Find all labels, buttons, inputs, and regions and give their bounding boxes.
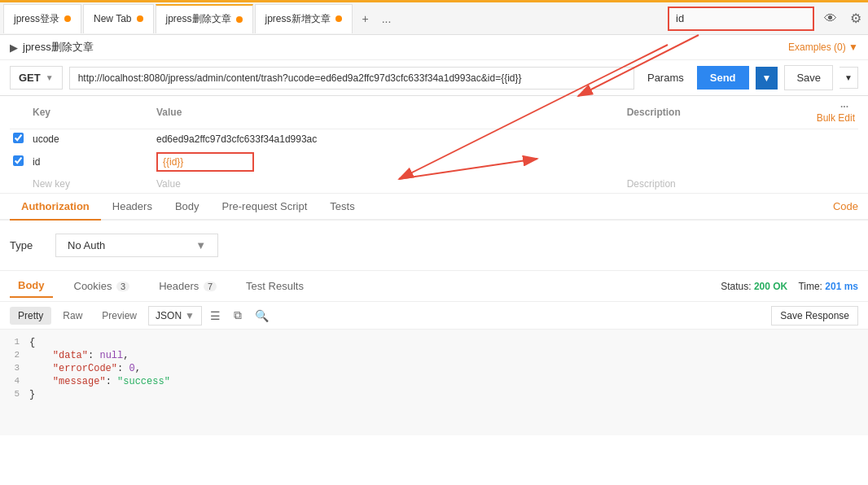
row1-checkbox[interactable]: [13, 133, 24, 143]
params-button[interactable]: Params: [641, 67, 690, 89]
send-dropdown-button[interactable]: ▼: [756, 67, 778, 90]
type-select[interactable]: JSON ▼: [148, 306, 202, 326]
type-dropdown-icon: ▼: [185, 310, 195, 321]
params-section: Key Value Description ··· Bulk Edit ucod…: [0, 96, 868, 194]
examples-link[interactable]: Examples (0) ▼: [788, 42, 858, 53]
breadcrumb: ▶ jpress删除文章 Examples (0) ▼: [0, 35, 868, 60]
response-status: Status: 200 OK Time: 201 ms: [721, 281, 858, 292]
resp-toolbar: Pretty Raw Preview JSON ▼ ☰ ⧉ 🔍 Save Res…: [0, 302, 868, 330]
save-response-button[interactable]: Save Response: [771, 306, 858, 326]
tab-label: New Tab: [94, 13, 131, 24]
type-value: JSON: [156, 310, 182, 321]
send-button[interactable]: Send: [697, 66, 749, 90]
tab-label: jpress登录: [14, 12, 59, 26]
time-value: 201 ms: [825, 281, 858, 292]
add-tab-button[interactable]: +: [357, 9, 374, 28]
row2-checkbox[interactable]: [13, 155, 24, 166]
line-num-1: 1: [0, 337, 29, 347]
value-placeholder[interactable]: Value: [156, 178, 181, 190]
resp-tab-cookies-label: Cookies: [74, 280, 112, 292]
resp-tab-body-label: Body: [18, 279, 45, 291]
params-table: Key Value Description ··· Bulk Edit ucod…: [10, 96, 858, 193]
eye-icon[interactable]: 👁: [821, 8, 840, 29]
auth-select-arrow-icon: ▼: [195, 239, 206, 251]
response-header: Body Cookies 3 Headers 7 Test Results St…: [0, 271, 868, 302]
tab-unsaved-dot: [64, 15, 71, 22]
tab-tests[interactable]: Tests: [318, 194, 366, 221]
breadcrumb-label: jpress删除文章: [23, 40, 94, 55]
resp-tab-testresults-label: Test Results: [246, 280, 304, 292]
tab-new-tab[interactable]: New Tab: [83, 4, 153, 33]
tab-body[interactable]: Body: [164, 194, 211, 221]
row1-key: ucode: [29, 129, 153, 150]
code-area: 1 { 2 "data": null, 3 "errorCode": 0, 4 …: [0, 330, 868, 435]
tab-bar-right: id 👁 ⚙: [668, 7, 865, 31]
row2-value[interactable]: {{id}}: [153, 149, 624, 175]
wrap-lines-icon[interactable]: ☰: [205, 306, 226, 326]
code-line-3: 3 "errorCode": 0,: [0, 362, 868, 375]
tab-unsaved-dot: [335, 15, 342, 22]
url-input[interactable]: [69, 67, 634, 90]
code-line-1: 1 {: [0, 336, 868, 349]
request-tabs: Authorization Headers Body Pre-request S…: [0, 194, 868, 221]
line-num-2: 2: [0, 350, 29, 360]
gear-icon[interactable]: ⚙: [847, 7, 865, 29]
variable-id-box: id: [668, 7, 814, 31]
line-num-3: 3: [0, 363, 29, 373]
more-tabs-button[interactable]: ...: [377, 9, 397, 28]
breadcrumb-arrow: ▶: [10, 42, 18, 54]
status-label: Status:: [721, 281, 751, 292]
save-dropdown-button[interactable]: ▼: [840, 67, 858, 89]
auth-section: Type No Auth ▼: [0, 221, 868, 271]
bulk-edit-button[interactable]: Bulk Edit: [817, 112, 855, 124]
row2-value-input[interactable]: {{id}}: [156, 152, 254, 172]
code-line-5: 5 }: [0, 388, 868, 401]
tab-headers[interactable]: Headers: [101, 194, 164, 221]
tab-label: jpress新增文章: [265, 12, 331, 26]
tab-unsaved-dot: [236, 16, 243, 23]
desc-placeholder: Description: [627, 178, 676, 190]
auth-type-value: No Auth: [68, 239, 105, 251]
headers-badge: 7: [204, 282, 217, 291]
resp-tab-headers[interactable]: Headers 7: [151, 275, 225, 297]
cookies-badge: 3: [116, 282, 129, 291]
table-row: id {{id}}: [10, 149, 858, 175]
tab-jpress-add[interactable]: jpress新增文章: [255, 4, 353, 33]
new-param-row: New key Value Description: [10, 175, 858, 193]
method-value: GET: [19, 72, 41, 84]
tab-unsaved-dot: [137, 15, 143, 22]
method-select[interactable]: GET ▼: [10, 66, 63, 90]
new-key-placeholder[interactable]: New key: [33, 178, 70, 190]
save-button[interactable]: Save: [784, 65, 833, 90]
code-line-2: 2 "data": null,: [0, 349, 868, 362]
format-pretty-button[interactable]: Pretty: [10, 307, 51, 325]
row2-desc: [624, 149, 793, 175]
method-dropdown-icon: ▼: [46, 73, 54, 82]
col-key: Key: [29, 96, 153, 129]
code-line-4: 4 "message": "success": [0, 375, 868, 388]
row1-desc: [624, 129, 793, 150]
row2-key: id: [29, 149, 153, 175]
copy-icon[interactable]: ⧉: [229, 305, 247, 326]
auth-type-label: Type: [10, 239, 42, 251]
search-icon[interactable]: 🔍: [250, 306, 274, 326]
resp-tab-cookies[interactable]: Cookies 3: [66, 275, 138, 297]
resp-tab-testresults[interactable]: Test Results: [238, 275, 312, 297]
table-row: ucode ed6ed9a2ffc97d3cfc633f34a1d993ac: [10, 129, 858, 150]
tab-prerequest[interactable]: Pre-request Script: [211, 194, 319, 221]
tab-authorization[interactable]: Authorization: [10, 194, 101, 221]
tab-label: jpress删除文章: [166, 12, 231, 26]
url-bar: GET ▼ Params Send ▼ Save ▼: [0, 60, 868, 96]
code-link[interactable]: Code: [833, 200, 858, 212]
tab-actions: + ...: [357, 9, 397, 28]
resp-tab-body[interactable]: Body: [10, 274, 53, 298]
format-preview-button[interactable]: Preview: [94, 307, 145, 325]
more-icon: ···: [840, 101, 848, 112]
auth-type-select[interactable]: No Auth ▼: [55, 234, 218, 257]
format-raw-button[interactable]: Raw: [55, 307, 90, 325]
tab-jpress-login[interactable]: jpress登录: [3, 4, 81, 33]
line-num-4: 4: [0, 376, 29, 386]
tab-jpress-delete[interactable]: jpress删除文章: [156, 4, 253, 33]
line-num-5: 5: [0, 389, 29, 399]
row1-value: ed6ed9a2ffc97d3cfc633f34a1d993ac: [153, 129, 624, 150]
